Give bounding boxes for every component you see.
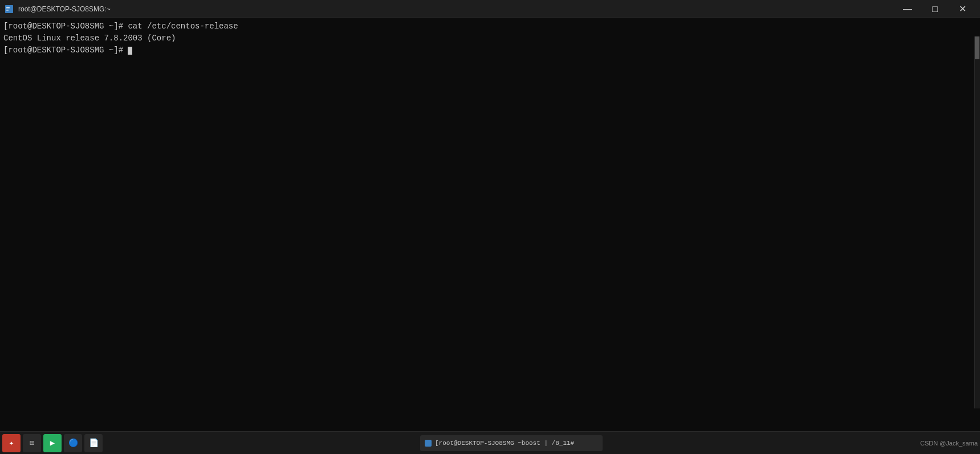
watermark-text: CSDN @Jack_sama — [920, 440, 978, 447]
taskbar-icon-3[interactable]: ▶ — [43, 434, 62, 452]
svg-rect-2 — [6, 10, 9, 11]
taskbar-window-item[interactable]: [root@DESKTOP-SJO8SMG ~boost | /8_11# — [420, 435, 603, 451]
scrollbar-area[interactable] — [974, 36, 980, 408]
prompt-1: [root@DESKTOP-SJO8SMG ~]# — [3, 22, 128, 31]
taskbar-left: ✦ ⊞ ▶ 🔵 📄 — [2, 434, 103, 452]
cursor — [128, 47, 132, 55]
taskbar-icon-5[interactable]: 📄 — [84, 434, 103, 452]
svg-rect-0 — [5, 5, 13, 13]
taskbar: ✦ ⊞ ▶ 🔵 📄 [root@DESKTOP-SJO8SMG ~boost |… — [0, 431, 980, 454]
taskbar-icon-4[interactable]: 🔵 — [64, 434, 82, 452]
terminal-line-2: CentOS Linux release 7.8.2003 (Core) — [3, 32, 977, 44]
command-1: cat /etc/centos-release — [128, 22, 238, 31]
terminal-line-3: [root@DESKTOP-SJO8SMG ~]# — [3, 44, 977, 56]
taskbar-icon-1-label: ✦ — [9, 438, 14, 448]
window-title: root@DESKTOP-SJO8SMG:~ — [18, 5, 111, 13]
svg-rect-1 — [6, 7, 10, 9]
taskbar-right: CSDN @Jack_sama — [920, 440, 978, 447]
scrollbar-thumb[interactable] — [975, 36, 979, 59]
close-button[interactable]: ✕ — [949, 0, 975, 18]
taskbar-icon-2[interactable]: ⊞ — [23, 434, 41, 452]
taskbar-icon-2-label: ⊞ — [30, 438, 34, 448]
taskbar-window-label: [root@DESKTOP-SJO8SMG ~boost | /8_11# — [435, 440, 574, 447]
title-bar-left: root@DESKTOP-SJO8SMG:~ — [5, 5, 111, 14]
terminal-icon — [5, 5, 14, 14]
taskbar-icon-4-label: 🔵 — [68, 438, 78, 448]
taskbar-icon-5-label: 📄 — [89, 438, 99, 448]
window-frame: root@DESKTOP-SJO8SMG:~ — □ ✕ [root@DESKT… — [0, 0, 980, 454]
title-bar-controls: — □ ✕ — [894, 0, 975, 18]
taskbar-window-icon — [425, 440, 432, 447]
taskbar-icon-1[interactable]: ✦ — [2, 434, 21, 452]
terminal-body[interactable]: [root@DESKTOP-SJO8SMG ~]# cat /etc/cento… — [0, 18, 980, 431]
output-1: CentOS Linux release 7.8.2003 (Core) — [3, 34, 176, 43]
taskbar-center: [root@DESKTOP-SJO8SMG ~boost | /8_11# — [420, 435, 603, 451]
maximize-button[interactable]: □ — [922, 0, 948, 18]
title-bar: root@DESKTOP-SJO8SMG:~ — □ ✕ — [0, 0, 980, 18]
terminal-line-1: [root@DESKTOP-SJO8SMG ~]# cat /etc/cento… — [3, 21, 977, 32]
taskbar-icon-3-label: ▶ — [50, 438, 55, 448]
minimize-button[interactable]: — — [894, 0, 921, 18]
prompt-2: [root@DESKTOP-SJO8SMG ~]# — [3, 46, 128, 55]
